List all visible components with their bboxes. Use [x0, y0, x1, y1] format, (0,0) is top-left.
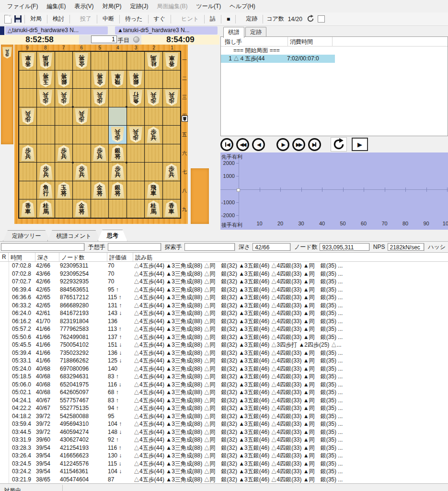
- board-square-5-4[interactable]: [91, 107, 108, 126]
- analysis-tab-定跡ツリー[interactable]: 定跡ツリー: [3, 230, 50, 241]
- board-square-2-5[interactable]: 歩兵: [145, 126, 162, 144]
- board-square-7-7[interactable]: [55, 163, 72, 181]
- toolbar-button-■[interactable]: ■: [223, 14, 234, 24]
- analysis-row[interactable]: 03:24.539/54412245576115 ↓△4五歩(44) ▲3三角成…: [0, 460, 448, 468]
- shogi-piece-歩兵[interactable]: 歩兵: [93, 90, 106, 106]
- board-square-3-6[interactable]: [127, 144, 144, 163]
- shogi-piece-桂馬[interactable]: 桂馬: [39, 53, 52, 69]
- gote-player-name[interactable]: △tanuki-dr5_hardware3 N...: [5, 26, 108, 35]
- board-square-4-4[interactable]: [109, 107, 126, 126]
- refresh-icon[interactable]: [306, 14, 315, 24]
- forward-button[interactable]: ▶: [276, 138, 289, 151]
- board-square-3-9[interactable]: [127, 199, 144, 218]
- board-square-6-4[interactable]: 歩兵: [73, 107, 90, 126]
- shogi-piece-銀将[interactable]: 銀将: [57, 71, 70, 87]
- analysis-row[interactable]: 03:26.439/54416656623130 ↓△4五歩(44) ▲3三角成…: [0, 452, 448, 460]
- board-square-1-7[interactable]: 歩兵: [163, 163, 180, 181]
- menu-item-対局[interactable]: 対局(P): [98, 0, 126, 12]
- toolbar-button-すぐ[interactable]: すぐ: [150, 13, 170, 24]
- analysis-row[interactable]: 05:06.040/68652041975116 ↓△4五歩(44) ▲3三角成…: [0, 381, 448, 389]
- board-square-2-8[interactable]: 飛車: [145, 181, 162, 199]
- shogi-piece-角行[interactable]: 角行: [39, 182, 52, 199]
- shogi-piece-金将[interactable]: 金将: [75, 53, 88, 69]
- shogi-piece-歩兵[interactable]: 歩兵: [75, 164, 88, 180]
- board-square-1-6[interactable]: [163, 144, 180, 163]
- hand-piece-歩兵[interactable]: 歩兵: [2, 47, 12, 58]
- board-square-9-3[interactable]: [19, 89, 36, 107]
- board-square-1-2[interactable]: [163, 70, 180, 89]
- analysis-row[interactable]: 03:24.239/54411546361104 ↓△4五歩(44) ▲3三角成…: [0, 468, 448, 476]
- board-square-8-9[interactable]: 桂馬: [37, 199, 54, 218]
- board-square-4-9[interactable]: [109, 199, 126, 218]
- gote-piece-stand[interactable]: 歩兵: [1, 45, 13, 144]
- analysis-row[interactable]: 05:45.541/66750054102151 ↓△4五歩(44) ▲3三角成…: [0, 341, 448, 349]
- auto-play-button[interactable]: ▶: [352, 138, 368, 151]
- board-square-8-6[interactable]: [37, 144, 54, 163]
- board-square-8-7[interactable]: 歩兵: [37, 163, 54, 181]
- analysis-tab-棋譜コメント[interactable]: 棋譜コメント: [47, 230, 101, 241]
- shogi-piece-歩兵[interactable]: 歩兵: [21, 108, 34, 125]
- board-square-4-5[interactable]: 歩兵: [109, 126, 126, 144]
- board-square-9-7[interactable]: [19, 163, 36, 181]
- analysis-tab-思考[interactable]: 思考: [98, 230, 127, 241]
- shogi-piece-歩兵[interactable]: 歩兵: [129, 127, 142, 143]
- board-square-3-2[interactable]: 銀将: [127, 70, 144, 89]
- shogi-piece-歩兵[interactable]: 歩兵: [21, 145, 34, 162]
- board-square-3-4[interactable]: [127, 107, 144, 126]
- board-square-1-1[interactable]: 香車: [163, 52, 180, 70]
- board-square-7-6[interactable]: 歩兵: [55, 144, 72, 163]
- menu-item-定跡[interactable]: 定跡(J): [126, 0, 152, 12]
- shogi-piece-歩兵[interactable]: 歩兵: [111, 164, 124, 180]
- shogi-piece-歩兵[interactable]: 歩兵: [111, 127, 124, 143]
- board-square-2-4[interactable]: [145, 107, 162, 126]
- board-square-7-8[interactable]: 玉将: [55, 181, 72, 199]
- fast-rewind-button[interactable]: ◀◀: [236, 138, 249, 151]
- toolbar-button-投了[interactable]: 投了: [76, 13, 95, 24]
- shogi-piece-歩兵[interactable]: 歩兵: [39, 90, 52, 106]
- board-square-7-2[interactable]: 銀将: [55, 70, 72, 89]
- board-square-2-6[interactable]: [145, 144, 162, 163]
- board-square-7-9[interactable]: [55, 199, 72, 218]
- analysis-row[interactable]: 07:02.843/6692309525470△4五歩(44) ▲3三角成(88…: [0, 270, 448, 278]
- fast-forward-button[interactable]: ▶▶: [292, 138, 305, 151]
- shogi-piece-歩兵[interactable]: 歩兵: [57, 90, 70, 106]
- kifu-tab-定跡[interactable]: 定跡: [245, 27, 266, 36]
- board-square-3-1[interactable]: [127, 52, 144, 70]
- analysis-row[interactable]: 03:59.439/72495694310104 ↑△4五歩(44) ▲3三角成…: [0, 420, 448, 428]
- board-square-3-5[interactable]: 歩兵: [127, 126, 144, 144]
- shogi-piece-歩兵[interactable]: 歩兵: [57, 145, 70, 162]
- board-square-4-3[interactable]: [109, 89, 126, 107]
- sente-player-name[interactable]: ▲tanuki-dr5_hardware3 N...: [115, 26, 218, 35]
- shogi-piece-飛車[interactable]: 飛車: [111, 71, 124, 87]
- board-square-5-3[interactable]: 歩兵: [91, 89, 108, 107]
- analysis-row[interactable]: 05:57.241/66777962583113 ↑△4五歩(44) ▲3三角成…: [0, 325, 448, 333]
- board-square-6-8[interactable]: [73, 181, 90, 199]
- shogi-piece-金将[interactable]: 金将: [75, 200, 88, 217]
- board-square-4-8[interactable]: 銀将: [109, 181, 126, 199]
- shogi-piece-歩兵[interactable]: 歩兵: [147, 127, 160, 143]
- board-square-7-3[interactable]: 歩兵: [55, 89, 72, 107]
- analysis-row[interactable]: 03:28.339/54421254193116 ↑△4五歩(44) ▲3三角成…: [0, 444, 448, 452]
- toolbar-checkbox[interactable]: [318, 15, 325, 23]
- analysis-row[interactable]: 06:33.242/65866689280131 ↑△4五歩(44) ▲3三角成…: [0, 302, 448, 310]
- menu-item-ツール[interactable]: ツール(T): [192, 0, 225, 12]
- board-square-2-2[interactable]: [145, 70, 162, 89]
- board-square-4-2[interactable]: 飛車: [109, 70, 126, 89]
- board-square-5-2[interactable]: 金将: [91, 70, 108, 89]
- analysis-row[interactable]: 03:44.539/72460594274148 ↓△4五歩(44) ▲3三角成…: [0, 428, 448, 436]
- shogi-piece-銀将[interactable]: 銀将: [111, 182, 124, 199]
- toolbar-button-詰[interactable]: 詰: [206, 13, 219, 24]
- shogi-piece-金将[interactable]: 金将: [93, 71, 106, 87]
- analysis-row[interactable]: 07:02.742/6692293293570△4五歩(44) ▲3三角成(88…: [0, 278, 448, 286]
- shogi-piece-歩兵[interactable]: 歩兵: [147, 90, 160, 106]
- board-square-8-2[interactable]: 玉将: [37, 70, 54, 89]
- board-square-8-4[interactable]: [37, 107, 54, 126]
- shogi-piece-銀将[interactable]: 銀将: [129, 71, 142, 87]
- menu-item-局面編集[interactable]: 局面編集(B): [152, 0, 192, 12]
- board-square-3-7[interactable]: [127, 163, 144, 181]
- board-square-7-5[interactable]: [55, 126, 72, 144]
- board-square-6-3[interactable]: [73, 89, 90, 107]
- board-square-5-8[interactable]: 金将: [91, 181, 108, 199]
- kifu-row[interactable]: 1△４五歩(447:02/00:07:0: [221, 55, 448, 63]
- new-file-icon[interactable]: [4, 15, 11, 23]
